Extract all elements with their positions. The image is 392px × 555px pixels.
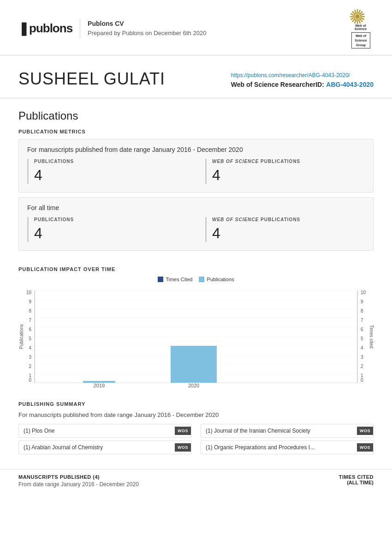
chart-svg: 10 9 8 7 6 5 4 3 2 1 0 10 9 8 7 6 5 4 3 … (18, 286, 374, 387)
all-time-footer-label: (ALL TIME) (339, 480, 374, 485)
date-range-col2-label: WEB OF SCIENCE PUBLICATIONS (212, 159, 365, 164)
date-range-title: For manuscripts published from date rang… (27, 146, 365, 153)
all-time-col2-label: WEB OF SCIENCE PUBLICATIONS (212, 217, 365, 222)
svg-line-1 (359, 10, 360, 13)
publishing-summary: PUBLISHING SUMMARY For manuscripts publi… (0, 397, 392, 469)
header-subtitle: Publons CV Prepared by Publons on Decemb… (80, 19, 206, 38)
date-range-metrics-box: For manuscripts published from date rang… (18, 139, 374, 193)
all-time-title: For all time (27, 204, 365, 211)
chart-section: PUBLICATION IMPACT OVER TIME Times Cited… (0, 266, 392, 397)
bar-2020-publications (171, 346, 217, 383)
svg-line-13 (351, 14, 354, 15)
svg-line-7 (359, 19, 360, 23)
legend-publications: Publications (199, 277, 234, 282)
publications-color (199, 277, 204, 282)
wos-logo: Web of Science Web ofScienceGroup (348, 8, 374, 48)
svg-text:2020: 2020 (188, 383, 199, 387)
researcher-section: SUSHEEL GULATI https://publons.com/resea… (0, 55, 392, 98)
manuscripts-title: MANUSCRIPTS PUBLISHED (4) (18, 474, 139, 480)
svg-line-6 (360, 19, 362, 22)
cv-subtitle: Prepared by Publons on December 6th 2020 (88, 29, 206, 38)
svg-line-3 (360, 14, 363, 15)
svg-text:10: 10 (361, 290, 366, 295)
manuscripts-desc: From date range January 2016 - December … (18, 481, 139, 488)
svg-text:5: 5 (29, 336, 31, 341)
svg-text:2: 2 (29, 364, 31, 369)
svg-line-10 (352, 19, 355, 22)
wos-logo-svg: Web of Science (348, 8, 374, 31)
times-cited-footer-label: TIMES CITED (339, 474, 374, 480)
logo-name: publons (29, 21, 72, 36)
wos-badge-1: WOS (175, 427, 191, 435)
svg-text:8: 8 (361, 308, 363, 314)
publishing-summary-label: PUBLISHING SUMMARY (18, 401, 374, 407)
researcher-url[interactable]: https://publons.com/researcher/ABG-4043-… (231, 72, 350, 78)
date-range-col1: PUBLICATIONS 4 (27, 159, 187, 184)
svg-line-2 (360, 12, 362, 14)
all-time-col2: WEB OF SCIENCE PUBLICATIONS 4 (205, 217, 365, 242)
svg-text:7: 7 (29, 318, 31, 323)
svg-text:5: 5 (361, 336, 363, 341)
svg-text:8: 8 (29, 308, 31, 314)
wos-badge-2: WOS (357, 427, 373, 435)
svg-text:Publications: Publications (19, 324, 24, 349)
svg-text:4: 4 (361, 345, 363, 350)
manuscripts-right: TIMES CITED (ALL TIME) (339, 474, 374, 485)
legend-publications-label: Publications (207, 277, 234, 282)
svg-text:6: 6 (361, 327, 363, 332)
publications-section: Publications PUBLICATION METRICS For man… (0, 98, 392, 266)
svg-text:2: 2 (361, 364, 363, 369)
journal-name-2: (1) Journal of the Iranian Chemical Soci… (201, 424, 357, 437)
researcher-id-label: Web of Science ResearcherID: (231, 81, 324, 88)
journal-row-1: (1) Plos One WOS (18, 424, 191, 438)
cv-title: Publons CV (88, 19, 206, 29)
legend-times-cited-label: Times Cited (166, 277, 192, 282)
svg-text:10: 10 (26, 290, 32, 295)
all-time-col1: PUBLICATIONS 4 (27, 217, 187, 242)
svg-text:6: 6 (29, 327, 31, 332)
legend-times-cited: Times Cited (158, 277, 192, 282)
journal-row-4: (1) Organic Preparations and Procedures … (201, 440, 374, 454)
all-time-columns: PUBLICATIONS 4 WEB OF SCIENCE PUBLICATIO… (27, 217, 365, 242)
researcher-id-value: ABG-4043-2020 (326, 81, 374, 88)
svg-line-15 (355, 10, 356, 13)
logo-mark: ❚ (18, 22, 29, 35)
all-time-col1-value: 4 (34, 225, 187, 242)
summary-desc: For manuscripts published from date rang… (18, 411, 374, 418)
svg-text:0: 0 (361, 378, 363, 383)
all-time-col1-label: PUBLICATIONS (34, 217, 187, 222)
page-header: ❚ publons Publons CV Prepared by Publons… (0, 0, 392, 55)
researcher-id-line: Web of Science ResearcherID: ABG-4043-20… (231, 80, 374, 89)
metrics-label: PUBLICATION METRICS (18, 129, 374, 134)
all-time-col2-value: 4 (212, 225, 365, 242)
svg-text:2019: 2019 (94, 383, 105, 387)
svg-line-9 (355, 19, 356, 23)
date-range-col1-label: PUBLICATIONS (34, 159, 187, 164)
svg-line-14 (352, 12, 355, 14)
svg-point-16 (355, 14, 360, 19)
journal-name-4: (1) Organic Preparations and Procedures … (201, 441, 357, 454)
svg-text:9: 9 (29, 299, 31, 304)
all-time-metrics-box: For all time PUBLICATIONS 4 WEB OF SCIEN… (18, 197, 374, 251)
journal-name-1: (1) Plos One (19, 424, 175, 437)
publications-title: Publications (18, 109, 374, 122)
journal-row-3: (1) Arabian Journal of Chemistry WOS (18, 440, 191, 454)
svg-line-5 (360, 18, 363, 19)
manuscripts-left: MANUSCRIPTS PUBLISHED (4) From date rang… (18, 474, 139, 488)
svg-text:9: 9 (361, 299, 363, 304)
svg-text:Times cited: Times cited (369, 325, 374, 349)
times-cited-color (158, 277, 163, 282)
journal-name-3: (1) Arabian Journal of Chemistry (19, 441, 175, 454)
date-range-col1-value: 4 (34, 167, 187, 184)
svg-text:3: 3 (29, 355, 31, 360)
svg-text:4: 4 (29, 345, 31, 350)
svg-text:0: 0 (29, 378, 31, 383)
chart-legend: Times Cited Publications (18, 277, 374, 282)
wos-badge-4: WOS (357, 443, 373, 452)
publons-logo: ❚ publons (18, 21, 72, 36)
researcher-name: SUSHEEL GULATI (18, 69, 165, 89)
wos-badge-3: WOS (175, 443, 191, 452)
svg-text:Web of: Web of (355, 24, 366, 27)
svg-line-11 (351, 18, 354, 19)
header-left: ❚ publons Publons CV Prepared by Publons… (18, 19, 206, 38)
